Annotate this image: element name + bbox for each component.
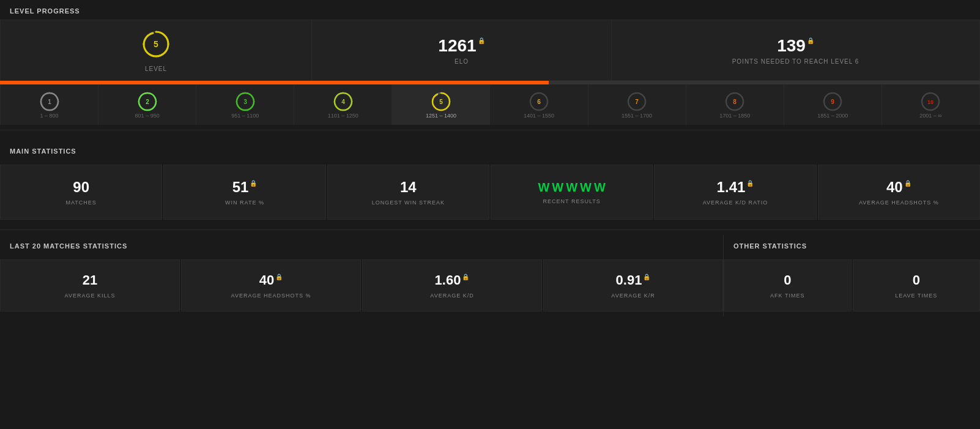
level-marker-7: 7 1551 – 1700 (588, 84, 686, 125)
divider-2 (0, 229, 980, 230)
last20-section: LAST 20 MATCHES STATISTICS 21 AVERAGE KI… (0, 235, 723, 316)
level-marker-1: 1 1 – 800 (0, 84, 98, 125)
avg-hs-value-wrapper: 40 🔒 (886, 179, 911, 196)
matches-label: MATCHES (65, 200, 96, 206)
last20-avg-kr-value: 0.91 (616, 272, 642, 288)
level-2-range: 801 – 950 (135, 113, 160, 119)
last20-avg-hs-lock: 🔒 (275, 274, 283, 280)
main-stats-grid: 90 MATCHES 51 🔒 WIN RATE % 14 LONGEST WI… (0, 160, 980, 225)
elo-lock-icon: 🔒 (478, 37, 485, 44)
winrate-label: WIN RATE % (225, 200, 264, 206)
level-5-range: 1251 – 1400 (426, 113, 456, 119)
last20-avg-kr-lock: 🔒 (643, 274, 650, 280)
bottom-section: LAST 20 MATCHES STATISTICS 21 AVERAGE KI… (0, 235, 980, 316)
svg-text:5: 5 (439, 99, 443, 105)
avg-kd-value-wrapper: 1.41 🔒 (717, 179, 754, 196)
main-statistics-section: MAIN STATISTICS 90 MATCHES 51 🔒 WIN RATE… (0, 135, 980, 225)
result-w-5: W (594, 181, 606, 195)
level-1-arc: 1 (39, 91, 61, 113)
level-icon-wrapper: 5 (141, 29, 171, 59)
avg-kd-lock-icon: 🔒 (746, 180, 754, 187)
streak-value: 14 (400, 179, 417, 196)
leave-times-value: 0 (913, 272, 920, 288)
afk-times-card: 0 AFK TIMES (724, 259, 852, 311)
points-needed-label: POINTS NEEDED TO REACH LEVEL 6 (732, 58, 859, 65)
last20-avg-kills-card: 21 AVERAGE KILLS (0, 259, 180, 311)
level-6-range: 1401 – 1550 (524, 113, 554, 119)
level-3-arc: 3 (234, 91, 256, 113)
level-marker-8: 8 1701 – 1850 (686, 84, 784, 125)
level-progress-section: LEVEL PROGRESS 5 LEVEL 1261 🔒 (0, 0, 980, 125)
level-9-range: 1851 – 2000 (817, 113, 848, 119)
level-label: LEVEL (145, 65, 167, 72)
level-8-arc: 8 (724, 91, 746, 113)
level-3-range: 951 – 1100 (231, 113, 259, 119)
afk-times-value: 0 (784, 272, 791, 288)
last20-avg-hs-value: 40 (259, 272, 274, 288)
level-marker-10: 10 2001 – ∞ (882, 84, 980, 125)
level-4-range: 1101 – 1250 (328, 113, 358, 119)
level-5-arc: 5 (430, 91, 452, 113)
stat-card-recent-results: W W W W W RECENT RESULTS (491, 165, 653, 220)
level-marker-4: 4 1101 – 1250 (294, 84, 392, 125)
winrate-value: 51 (232, 179, 249, 196)
last20-avg-kr-value-wrapper: 0.91 🔒 (616, 272, 651, 288)
stat-card-matches: 90 MATCHES (0, 165, 162, 220)
avg-kd-value: 1.41 (717, 179, 746, 196)
result-w-2: W (552, 181, 563, 195)
level-cards-row: 5 LEVEL 1261 🔒 ELO 139 🔒 POINTS NEEDED T… (0, 20, 980, 81)
svg-text:2: 2 (146, 99, 149, 105)
afk-times-label: AFK TIMES (770, 293, 804, 299)
divider-1 (0, 130, 980, 130)
last20-avg-hs-value-wrapper: 40 🔒 (259, 272, 283, 288)
matches-value: 90 (73, 179, 89, 196)
level-2-arc: 2 (136, 91, 158, 113)
leave-times-card: 0 LEAVE TIMES (853, 259, 981, 311)
svg-text:7: 7 (635, 99, 639, 105)
svg-text:5: 5 (154, 39, 158, 49)
stat-card-winrate: 51 🔒 WIN RATE % (163, 165, 325, 220)
points-value: 139 (777, 36, 806, 56)
stat-card-avg-hs: 40 🔒 AVERAGE HEADSHOTS % (818, 165, 980, 220)
points-needed-card: 139 🔒 POINTS NEEDED TO REACH LEVEL 6 (612, 20, 980, 81)
last20-avg-kd-lock: 🔒 (462, 274, 469, 280)
last20-avg-hs-card: 40 🔒 AVERAGE HEADSHOTS % (181, 259, 361, 311)
svg-text:10: 10 (927, 99, 934, 105)
streak-label: LONGEST WIN STREAK (372, 200, 445, 206)
points-lock-icon: 🔒 (807, 37, 814, 44)
svg-text:8: 8 (733, 99, 737, 105)
last20-title: LAST 20 MATCHES STATISTICS (0, 235, 723, 255)
elo-value-wrapper: 1261 🔒 (438, 36, 484, 56)
elo-value: 1261 (438, 36, 476, 56)
svg-text:1: 1 (48, 99, 51, 105)
level-6-arc: 6 (528, 91, 550, 113)
stat-card-avg-kd: 1.41 🔒 AVERAGE K/D RATIO (654, 165, 816, 220)
stat-card-streak: 14 LONGEST WIN STREAK (327, 165, 489, 220)
last20-avg-kd-value-wrapper: 1.60 🔒 (435, 272, 470, 288)
last20-stats-grid: 21 AVERAGE KILLS 40 🔒 AVERAGE HEADSHOTS … (0, 255, 723, 316)
avg-hs-value: 40 (886, 179, 903, 196)
level-arc-icon: 5 (141, 29, 171, 59)
avg-hs-label: AVERAGE HEADSHOTS % (859, 200, 939, 206)
last20-avg-hs-label: AVERAGE HEADSHOTS % (231, 293, 311, 299)
last20-avg-kr-card: 0.91 🔒 AVERAGE K/R (543, 259, 723, 311)
level-9-arc: 9 (822, 91, 844, 113)
level-marker-5: 5 1251 – 1400 (392, 84, 490, 125)
level-7-range: 1551 – 1700 (622, 113, 652, 119)
result-w-4: W (580, 181, 592, 195)
last20-avg-kills-label: AVERAGE KILLS (65, 293, 116, 299)
leave-times-label: LEAVE TIMES (895, 293, 937, 299)
level-4-arc: 4 (332, 91, 354, 113)
level-8-range: 1701 – 1850 (719, 113, 750, 119)
svg-text:6: 6 (537, 99, 541, 105)
level-1-range: 1 – 800 (40, 113, 59, 119)
level-card: 5 LEVEL (0, 20, 312, 81)
other-stats-title: OTHER STATISTICS (724, 235, 980, 255)
svg-text:9: 9 (831, 99, 835, 105)
result-w-3: W (566, 181, 577, 195)
result-w-1: W (538, 181, 549, 195)
svg-text:4: 4 (341, 99, 345, 105)
level-marker-2: 2 801 – 950 (98, 84, 196, 125)
svg-text:3: 3 (243, 99, 247, 105)
level-10-arc: 10 (919, 91, 941, 113)
